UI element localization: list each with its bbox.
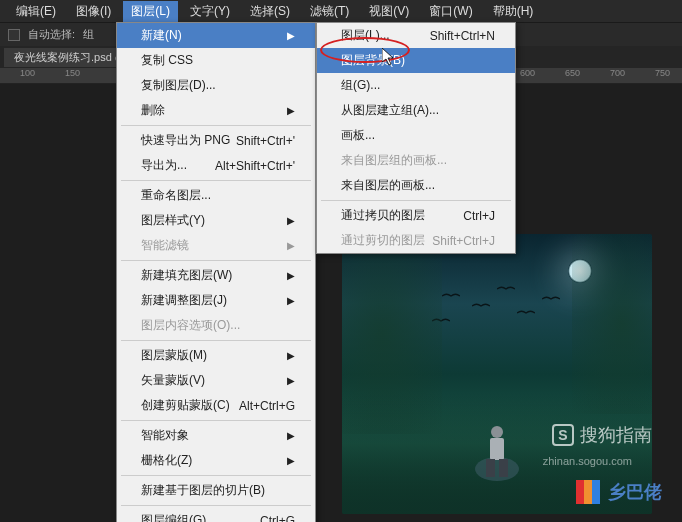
submenu-item-artboard-layer[interactable]: 来自图层的画板... [317,173,515,198]
menu-item-rasterize[interactable]: 栅格化(Z)▶ [117,448,315,473]
menu-separator [121,260,311,261]
ruler-tick: 150 [65,68,80,78]
menu-item-new[interactable]: 新建(N)▶ [117,23,315,48]
ruler-tick: 750 [655,68,670,78]
submenu-item-via-cut: 通过剪切的图层Shift+Ctrl+J [317,228,515,253]
canvas-image[interactable] [342,234,652,514]
shortcut-label: Alt+Shift+Ctrl+' [215,159,295,173]
menu-item-layer-style[interactable]: 图层样式(Y)▶ [117,208,315,233]
new-submenu: 图层(L)...Shift+Ctrl+N 图层背景(B) 组(G)... 从图层… [316,22,516,254]
menu-separator [121,475,311,476]
ruler-tick: 650 [565,68,580,78]
shortcut-label: Alt+Ctrl+G [239,399,295,413]
menu-item-smart-filter: 智能滤镜▶ [117,233,315,258]
bird-graphic [497,282,515,290]
shortcut-label: Shift+Ctrl+' [236,134,295,148]
auto-select-checkbox[interactable] [8,29,20,41]
menu-item-new-slice[interactable]: 新建基于图层的切片(B) [117,478,315,503]
svg-rect-3 [486,459,495,477]
submenu-item-artboard[interactable]: 画板... [317,123,515,148]
bird-graphic [517,306,535,314]
menu-separator [121,180,311,181]
svg-rect-2 [490,438,504,460]
menu-item-smart-object[interactable]: 智能对象▶ [117,423,315,448]
shortcut-label: Shift+Ctrl+N [430,29,495,43]
menu-separator [121,420,311,421]
menu-select[interactable]: 选择(S) [242,1,298,22]
submenu-arrow-icon: ▶ [287,240,295,251]
shortcut-label: Shift+Ctrl+J [432,234,495,248]
bird-graphic [472,299,490,307]
submenu-item-background[interactable]: 图层背景(B) [317,48,515,73]
submenu-arrow-icon: ▶ [287,295,295,306]
menu-item-layer-options: 图层内容选项(O)... [117,313,315,338]
menubar: 编辑(E) 图像(I) 图层(L) 文字(Y) 选择(S) 滤镜(T) 视图(V… [0,0,682,22]
watermark-text: 搜狗指南 [580,423,652,447]
menu-item-copy-css[interactable]: 复制 CSS [117,48,315,73]
menu-view[interactable]: 视图(V) [361,1,417,22]
menu-window[interactable]: 窗口(W) [421,1,480,22]
submenu-arrow-icon: ▶ [287,430,295,441]
menu-filter[interactable]: 滤镜(T) [302,1,357,22]
submenu-arrow-icon: ▶ [287,350,295,361]
auto-select-mode[interactable]: 组 [83,27,94,42]
submenu-arrow-icon: ▶ [287,105,295,116]
svg-point-1 [491,426,503,438]
watermark-url: zhinan.sogou.com [543,455,632,467]
menu-item-quick-export[interactable]: 快速导出为 PNGShift+Ctrl+' [117,128,315,153]
menu-separator [121,340,311,341]
ruler-tick: 600 [520,68,535,78]
menu-item-duplicate[interactable]: 复制图层(D)... [117,73,315,98]
menu-help[interactable]: 帮助(H) [485,1,542,22]
submenu-item-artboard-group: 来自图层组的画板... [317,148,515,173]
menu-separator [121,125,311,126]
menu-image[interactable]: 图像(I) [68,1,119,22]
watermark-sogou: S 搜狗指南 [552,423,652,447]
stripe-logo-icon [576,480,600,504]
svg-point-0 [475,457,519,481]
ruler-tick: 700 [610,68,625,78]
layer-menu-dropdown: 新建(N)▶ 复制 CSS 复制图层(D)... 删除▶ 快速导出为 PNGSh… [116,22,316,522]
foliage-graphic [572,234,652,414]
menu-item-rename[interactable]: 重命名图层... [117,183,315,208]
menu-separator [321,200,511,201]
menu-item-delete[interactable]: 删除▶ [117,98,315,123]
auto-select-label: 自动选择: [28,27,75,42]
submenu-arrow-icon: ▶ [287,270,295,281]
shortcut-label: Ctrl+G [260,514,295,523]
bird-graphic [542,292,560,300]
menu-item-new-adjust[interactable]: 新建调整图层(J)▶ [117,288,315,313]
menu-item-clipping-mask[interactable]: 创建剪贴蒙版(C)Alt+Ctrl+G [117,393,315,418]
menu-separator [121,505,311,506]
menu-item-vector-mask[interactable]: 矢量蒙版(V)▶ [117,368,315,393]
submenu-arrow-icon: ▶ [287,30,295,41]
ruler-tick: 100 [20,68,35,78]
bird-graphic [442,289,460,297]
submenu-item-group[interactable]: 组(G)... [317,73,515,98]
watermark-bottom: 乡巴佬 [576,480,662,504]
submenu-item-via-copy[interactable]: 通过拷贝的图层Ctrl+J [317,203,515,228]
shortcut-label: Ctrl+J [463,209,495,223]
menu-edit[interactable]: 编辑(E) [8,1,64,22]
menu-item-new-fill[interactable]: 新建填充图层(W)▶ [117,263,315,288]
sogou-logo-icon: S [552,424,574,446]
menu-item-group[interactable]: 图层编组(G)Ctrl+G [117,508,315,522]
menu-type[interactable]: 文字(Y) [182,1,238,22]
submenu-arrow-icon: ▶ [287,215,295,226]
svg-rect-4 [499,459,508,477]
submenu-item-group-from[interactable]: 从图层建立组(A)... [317,98,515,123]
submenu-arrow-icon: ▶ [287,375,295,386]
menu-item-layer-mask[interactable]: 图层蒙版(M)▶ [117,343,315,368]
submenu-arrow-icon: ▶ [287,455,295,466]
menu-item-export-as[interactable]: 导出为...Alt+Shift+Ctrl+' [117,153,315,178]
submenu-item-layer[interactable]: 图层(L)...Shift+Ctrl+N [317,23,515,48]
figure-graphic [472,414,522,484]
watermark-bottom-text: 乡巴佬 [608,480,662,504]
menu-layer[interactable]: 图层(L) [123,1,178,22]
